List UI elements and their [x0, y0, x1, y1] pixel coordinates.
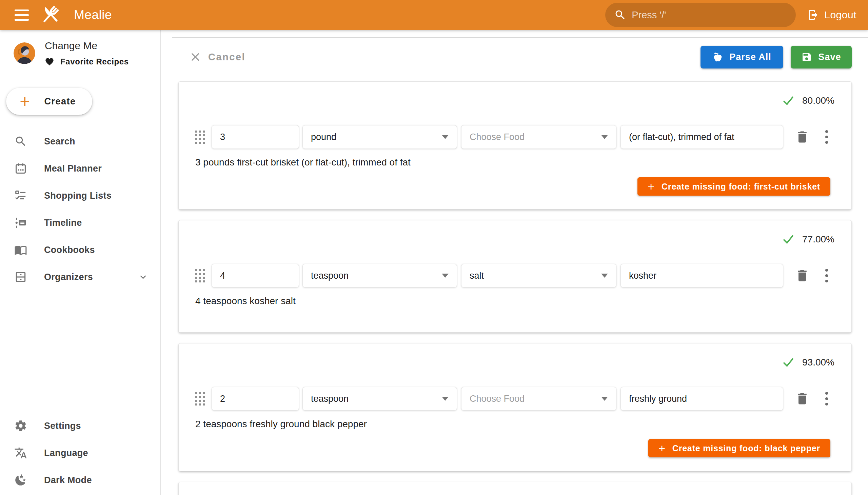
logout-button[interactable]: Logout — [807, 9, 856, 21]
create-button[interactable]: + Create — [6, 88, 92, 115]
plus-icon: + — [648, 180, 655, 193]
quantity-field[interactable] — [211, 264, 299, 288]
comment-input[interactable] — [629, 394, 775, 404]
confidence-value: 80.00% — [802, 95, 834, 106]
food-select[interactable]: Choose Food — [461, 387, 616, 411]
unit-select[interactable]: teaspoon — [303, 387, 457, 411]
food-select[interactable]: Choose Food — [461, 125, 616, 149]
check-icon — [782, 94, 795, 107]
ingredient-fields: pound Choose Food — [195, 125, 843, 149]
quantity-input[interactable] — [220, 271, 291, 281]
sidebar: Change Me Favorite Recipes + Create Sear… — [0, 30, 161, 495]
drag-handle-icon[interactable] — [195, 392, 205, 406]
logout-label: Logout — [824, 9, 856, 21]
confidence-row: 80.00% — [187, 94, 834, 107]
food-apple-icon — [712, 52, 723, 62]
user-block[interactable]: Change Me Favorite Recipes — [0, 30, 160, 78]
comment-input[interactable] — [629, 271, 775, 281]
checklist-icon — [14, 189, 27, 202]
plus-icon: + — [20, 92, 30, 110]
confidence-row: 77.00% — [187, 233, 834, 246]
more-options-button[interactable] — [820, 129, 833, 145]
delete-button[interactable] — [794, 391, 810, 407]
original-text: 4 teaspoons kosher salt — [195, 296, 843, 307]
sidebar-item-dark-mode[interactable]: Dark Mode — [0, 466, 160, 494]
create-missing-food-button[interactable]: + Create missing food: first-cut brisket — [637, 177, 830, 195]
drag-handle-icon[interactable] — [195, 269, 205, 283]
comment-field[interactable] — [620, 125, 783, 149]
quantity-input[interactable] — [220, 132, 291, 142]
sidebar-item-organizers[interactable]: Organizers — [0, 263, 160, 291]
menu-down-icon — [601, 135, 608, 139]
comment-field[interactable] — [620, 387, 783, 411]
menu-down-icon — [601, 274, 608, 278]
sidebar-item-settings[interactable]: Settings — [0, 412, 160, 439]
comment-field[interactable] — [620, 264, 783, 288]
sidebar-item-search[interactable]: Search — [0, 128, 160, 155]
moon-icon — [14, 474, 27, 487]
check-icon — [782, 356, 795, 369]
save-button[interactable]: Save — [791, 46, 852, 68]
trash-icon — [795, 130, 810, 144]
ingredient-fields: teaspoon Choose Food — [195, 387, 843, 411]
mealie-logo-icon — [39, 4, 61, 26]
menu-down-icon — [442, 135, 448, 139]
sidebar-item-cookbooks[interactable]: Cookbooks — [0, 236, 160, 263]
calendar-icon — [14, 162, 27, 175]
sidebar-item-shopping-lists[interactable]: Shopping Lists — [0, 182, 160, 209]
timeline-icon — [14, 216, 27, 229]
parser-toolbar: Cancel Parse All Save — [190, 45, 852, 69]
original-text: 3 pounds first-cut brisket (or flat-cut)… — [195, 157, 843, 168]
chevron-down-icon[interactable] — [137, 271, 149, 283]
sidebar-footer: Settings Language Dark Mode — [0, 412, 160, 494]
favorite-recipes-link[interactable]: Favorite Recipes — [45, 57, 129, 66]
close-icon — [190, 52, 201, 62]
menu-down-icon — [442, 274, 448, 278]
sidebar-item-language[interactable]: Language — [0, 439, 160, 466]
search-icon — [614, 9, 626, 21]
delete-button[interactable] — [794, 268, 810, 284]
create-missing-food-button[interactable]: + Create missing food: black pepper — [648, 439, 830, 457]
comment-input[interactable] — [629, 132, 775, 142]
original-text: 2 teaspoons freshly ground black pepper — [195, 419, 843, 430]
quantity-field[interactable] — [211, 387, 299, 411]
food-select[interactable]: salt — [461, 264, 616, 288]
parse-all-button[interactable]: Parse All — [700, 46, 783, 68]
divider — [172, 37, 868, 38]
global-search[interactable] — [605, 3, 796, 27]
quantity-input[interactable] — [220, 394, 291, 404]
unit-select[interactable]: teaspoon — [303, 264, 457, 288]
cancel-button[interactable]: Cancel — [190, 52, 245, 63]
delete-button[interactable] — [794, 129, 810, 145]
confidence-row: 93.00% — [187, 356, 834, 369]
logout-icon — [807, 9, 819, 21]
ingredient-fields: teaspoon salt — [195, 264, 843, 288]
menu-icon[interactable] — [12, 5, 32, 25]
trash-icon — [795, 391, 810, 406]
search-icon — [14, 135, 27, 148]
menu-down-icon — [442, 397, 448, 401]
heart-icon — [45, 57, 54, 66]
trash-icon — [795, 268, 810, 283]
sidebar-item-timeline[interactable]: Timeline — [0, 209, 160, 236]
search-input[interactable] — [632, 10, 787, 21]
ingredient-card: 77.00% teaspoon salt — [178, 220, 852, 332]
confidence-value: 93.00% — [802, 357, 834, 368]
drag-handle-icon[interactable] — [195, 131, 205, 144]
unit-select[interactable]: pound — [303, 125, 457, 149]
ingredient-list: 80.00% pound Choose Food — [178, 81, 852, 495]
book-open-icon — [14, 243, 27, 256]
check-icon — [782, 233, 795, 246]
gear-icon — [14, 420, 27, 432]
app-bar: Mealie Logout — [0, 0, 868, 30]
more-options-button[interactable] — [820, 268, 833, 284]
favorite-recipes-label: Favorite Recipes — [61, 57, 129, 66]
drawer-icon — [14, 271, 27, 284]
app-title: Mealie — [74, 8, 112, 22]
ingredient-card: 80.00% pound Choose Food — [178, 81, 852, 209]
quantity-field[interactable] — [211, 125, 299, 149]
avatar — [14, 42, 35, 64]
plus-icon: + — [659, 442, 666, 455]
more-options-button[interactable] — [820, 391, 833, 407]
sidebar-item-meal-planner[interactable]: Meal Planner — [0, 155, 160, 182]
